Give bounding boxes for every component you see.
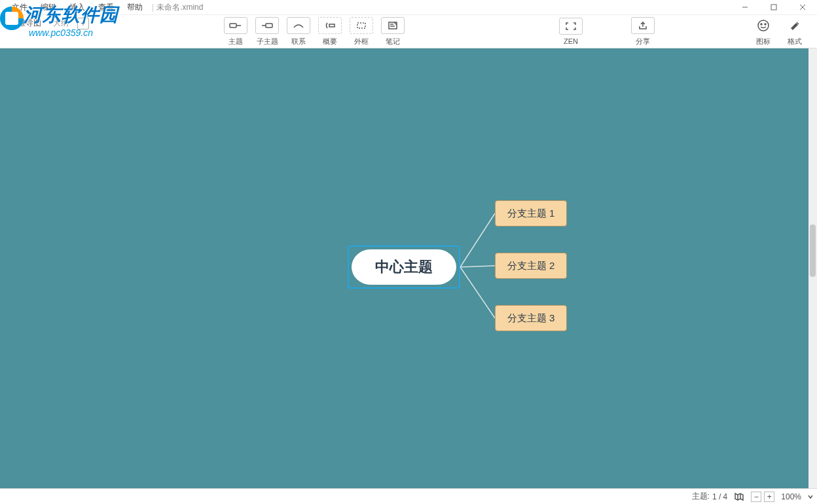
relation-button[interactable]: 联系 <box>283 15 314 48</box>
add-sheet-button[interactable]: + <box>77 18 89 29</box>
subtopic-label: 子主题 <box>257 37 278 46</box>
svg-rect-8 <box>329 24 335 27</box>
zen-button[interactable]: ZEN <box>555 15 587 48</box>
format-button[interactable]: 格式 <box>779 15 810 48</box>
status-topic-count: 1 / 4 <box>712 492 727 501</box>
svg-rect-9 <box>357 23 365 28</box>
map-overview-button[interactable] <box>734 492 744 502</box>
note-label: 笔记 <box>386 37 400 46</box>
topic-button[interactable]: 主题 <box>220 15 251 48</box>
vertical-scrollbar[interactable] <box>808 48 817 488</box>
svg-line-18 <box>460 267 495 318</box>
boundary-button[interactable]: 外框 <box>346 15 377 48</box>
svg-line-16 <box>460 213 495 267</box>
share-button[interactable]: 分享 <box>627 15 659 48</box>
svg-rect-4 <box>230 24 236 27</box>
svg-rect-6 <box>266 24 272 27</box>
statusbar: 主题: 1 / 4 − + 100% <box>0 488 817 504</box>
tab-outline[interactable]: 大纲 <box>47 14 75 32</box>
zen-label: ZEN <box>564 37 578 45</box>
menu-help[interactable]: 帮助 <box>120 1 149 14</box>
branch-topic-1[interactable]: 分支主题 1 <box>495 200 567 226</box>
note-button[interactable]: 笔记 <box>377 15 408 48</box>
minimize-button[interactable] <box>731 0 759 14</box>
icons-label: 图标 <box>756 37 771 46</box>
menu-edit[interactable]: 编辑 <box>34 1 63 14</box>
relation-label: 联系 <box>291 37 306 46</box>
branch-topic-3[interactable]: 分支主题 3 <box>495 305 567 331</box>
svg-line-17 <box>460 266 495 267</box>
zoom-out-button[interactable]: − <box>751 492 761 502</box>
svg-point-14 <box>761 24 762 25</box>
menu-view[interactable]: 查看 <box>92 1 120 14</box>
central-topic[interactable]: 中心主题 <box>348 245 460 289</box>
svg-point-13 <box>758 20 769 31</box>
svg-rect-1 <box>771 5 776 10</box>
subtopic-button[interactable]: 子主题 <box>251 15 283 48</box>
summary-button[interactable]: 概要 <box>314 15 346 48</box>
scroll-thumb[interactable] <box>810 225 816 277</box>
close-button[interactable] <box>788 0 817 14</box>
summary-label: 概要 <box>323 37 337 46</box>
icons-button[interactable]: 图标 <box>748 15 779 48</box>
sheet-tabs: 思维导图 大纲 + <box>4 14 89 32</box>
canvas[interactable]: 中心主题 分支主题 1 分支主题 2 分支主题 3 <box>0 48 808 488</box>
status-topic-label: 主题: <box>692 491 710 502</box>
boundary-label: 外框 <box>354 37 369 46</box>
maximize-button[interactable] <box>759 0 788 14</box>
central-topic-text: 中心主题 <box>352 249 456 285</box>
zoom-level[interactable]: 100% <box>781 492 801 501</box>
zoom-dropdown-icon[interactable] <box>808 494 813 499</box>
share-label: 分享 <box>636 37 650 46</box>
branch-topic-2[interactable]: 分支主题 2 <box>495 253 567 279</box>
tab-mindmap[interactable]: 思维导图 <box>4 14 47 32</box>
menu-file[interactable]: 文件 <box>5 1 34 14</box>
document-title: 未命名.xmind <box>156 2 203 13</box>
menubar: 文件 编辑 插入 查看 帮助 | 未命名.xmind <box>0 0 817 14</box>
topic-label: 主题 <box>228 37 243 46</box>
menu-insert[interactable]: 插入 <box>63 1 92 14</box>
svg-point-15 <box>765 24 766 25</box>
format-label: 格式 <box>788 37 802 46</box>
toolbar: 主题 子主题 联系 概要 外框 笔记 ZEN 分享 <box>0 14 817 48</box>
menu-divider: | <box>152 3 154 12</box>
zoom-in-button[interactable]: + <box>764 492 774 502</box>
